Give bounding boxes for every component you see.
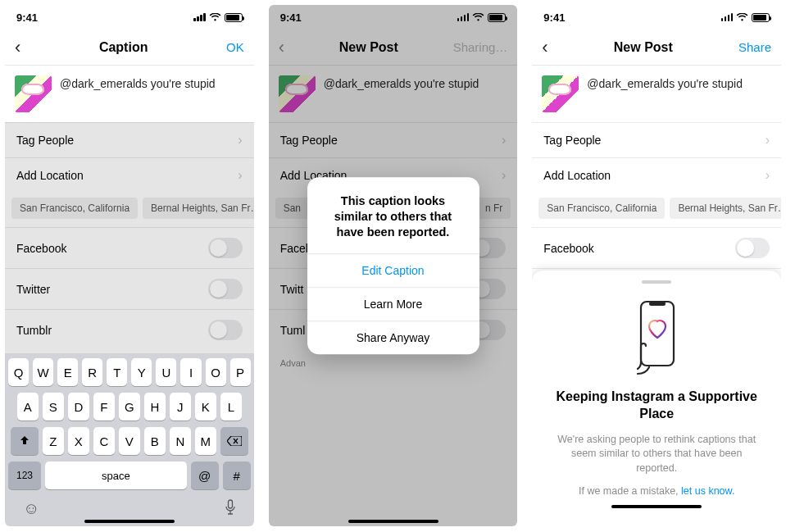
home-indicator[interactable] [348, 520, 438, 523]
keyboard-row-1: Q W E R T Y U I O P [8, 358, 251, 386]
location-chip[interactable]: Bernal Heights, San Fr… [143, 198, 254, 219]
post-thumbnail[interactable] [542, 75, 579, 112]
toggle-switch[interactable] [208, 238, 243, 258]
nav-title: Caption [99, 40, 148, 55]
hash-key[interactable]: # [223, 462, 251, 489]
status-bar: 9:41 [532, 5, 781, 30]
key-d[interactable]: D [68, 393, 89, 421]
space-key[interactable]: space [45, 462, 187, 489]
status-indicators [193, 13, 243, 22]
back-button[interactable]: ‹ [15, 37, 20, 58]
let-us-know-link[interactable]: let us know. [681, 485, 734, 497]
toggle-switch[interactable] [735, 238, 770, 258]
share-anyway-button[interactable]: Share Anyway [307, 321, 479, 354]
post-thumbnail[interactable] [15, 75, 52, 112]
svg-rect-2 [649, 302, 666, 306]
sheet-body: We're asking people to rethink captions … [550, 433, 763, 476]
key-p[interactable]: P [230, 358, 251, 386]
twitter-label: Twitter [16, 283, 50, 296]
key-o[interactable]: O [206, 358, 226, 386]
sheet-title: Keeping Instagram a Supportive Place [550, 389, 763, 423]
location-chip[interactable]: San Francisco, California [11, 198, 138, 219]
facebook-label: Facebook [16, 242, 66, 255]
key-e[interactable]: E [57, 358, 78, 386]
nav-bar: ‹ Caption OK [5, 30, 254, 66]
key-q[interactable]: Q [8, 358, 29, 386]
key-a[interactable]: A [17, 393, 39, 421]
backspace-key[interactable] [220, 427, 248, 455]
key-k[interactable]: K [195, 393, 216, 421]
key-b[interactable]: B [144, 427, 166, 455]
share-facebook-row[interactable]: Facebook [5, 227, 254, 268]
sheet-footer-prefix: If we made a mistake, [579, 485, 681, 497]
toggle-switch[interactable] [208, 320, 243, 340]
ok-button[interactable]: OK [226, 40, 244, 54]
supportive-sheet: Keeping Instagram a Supportive Place We'… [532, 271, 781, 526]
share-tumblr-row[interactable]: Tumblr [5, 309, 254, 350]
key-f[interactable]: F [93, 393, 115, 421]
key-u[interactable]: U [156, 358, 176, 386]
share-button[interactable]: Share [738, 40, 771, 54]
caption-input[interactable]: @dark_emeralds you're stupid [587, 75, 771, 112]
key-i[interactable]: I [180, 358, 201, 386]
chevron-right-icon: › [766, 133, 770, 148]
edit-caption-button[interactable]: Edit Caption [307, 253, 479, 287]
numbers-key[interactable]: 123 [8, 462, 41, 489]
add-location-row[interactable]: Add Location › [5, 157, 254, 193]
add-location-label: Add Location [16, 169, 84, 182]
wifi-icon [209, 13, 221, 22]
key-r[interactable]: R [82, 358, 102, 386]
toggle-switch[interactable] [208, 279, 243, 299]
home-indicator[interactable] [611, 505, 702, 508]
alert-message: This caption looks similar to others tha… [307, 177, 479, 253]
key-z[interactable]: Z [43, 427, 64, 455]
caption-row: @dark_emeralds you're stupid [5, 66, 254, 122]
cellular-icon [721, 13, 734, 21]
at-key[interactable]: @ [191, 462, 219, 489]
key-v[interactable]: V [119, 427, 140, 455]
caption-warning-alert: This caption looks similar to others tha… [307, 177, 479, 354]
shift-key[interactable] [11, 427, 39, 455]
battery-icon [752, 13, 770, 22]
chevron-right-icon: › [238, 168, 242, 183]
tag-people-label: Tag People [543, 134, 601, 147]
nav-bar: ‹ New Post Share [532, 30, 781, 66]
key-x[interactable]: X [68, 427, 89, 455]
key-w[interactable]: W [33, 358, 53, 386]
home-indicator[interactable] [84, 520, 175, 523]
emoji-button[interactable]: ☺ [23, 499, 39, 520]
key-s[interactable]: S [43, 393, 64, 421]
location-chip[interactable]: San Francisco, California [538, 198, 665, 219]
share-facebook-row[interactable]: Facebook [532, 227, 781, 268]
dictation-button[interactable] [225, 499, 236, 520]
keyboard-row-3: Z X C V B N M [8, 427, 251, 455]
tag-people-row[interactable]: Tag People › [5, 122, 254, 157]
key-j[interactable]: J [170, 393, 191, 421]
caption-row: @dark_emeralds you're stupid [532, 66, 781, 122]
back-button[interactable]: ‹ [542, 37, 547, 58]
add-location-row[interactable]: Add Location › [532, 157, 781, 193]
options-list: Tag People › Add Location › San Francisc… [5, 122, 254, 350]
key-l[interactable]: L [220, 393, 242, 421]
sheet-grabber[interactable] [642, 280, 671, 284]
share-twitter-row[interactable]: Twitter [5, 268, 254, 309]
key-m[interactable]: M [195, 427, 216, 455]
screen-sheet: 9:41 ‹ New Post Share @dark_emeralds you… [532, 5, 781, 526]
keyboard-row-2: A S D F G H J K L [8, 393, 251, 421]
status-bar: 9:41 [5, 5, 254, 30]
sheet-footer: If we made a mistake, let us know. [550, 485, 763, 497]
key-c[interactable]: C [93, 427, 115, 455]
key-t[interactable]: T [107, 358, 127, 386]
caption-input[interactable]: @dark_emeralds you're stupid [60, 75, 244, 112]
key-h[interactable]: H [144, 393, 166, 421]
chevron-right-icon: › [766, 168, 770, 183]
key-n[interactable]: N [170, 427, 191, 455]
tag-people-row[interactable]: Tag People › [532, 122, 781, 157]
key-g[interactable]: G [119, 393, 140, 421]
add-location-label: Add Location [543, 169, 611, 182]
learn-more-button[interactable]: Learn More [307, 287, 479, 321]
svg-rect-0 [228, 500, 232, 508]
location-chip[interactable]: Bernal Heights, San Fr… [670, 198, 781, 219]
key-y[interactable]: Y [131, 358, 152, 386]
facebook-label: Facebook [543, 242, 593, 255]
